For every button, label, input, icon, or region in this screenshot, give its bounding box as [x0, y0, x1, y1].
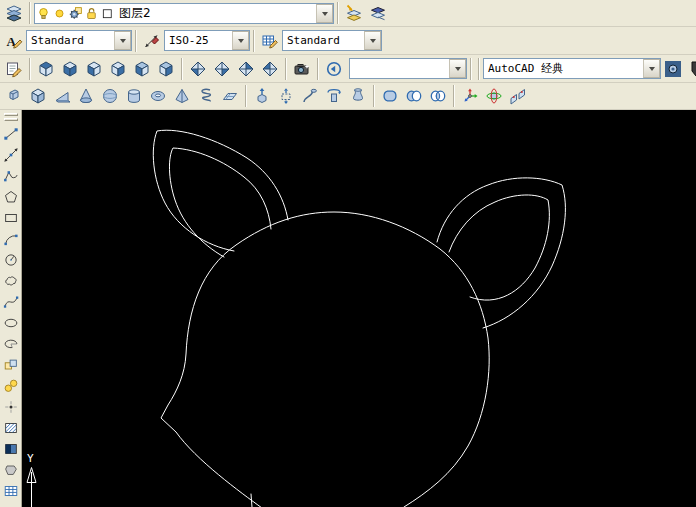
drawing-viewport[interactable]: Y: [22, 110, 696, 507]
align-3d-icon[interactable]: [506, 84, 530, 108]
workspace-settings-button[interactable]: M9 2.2v2.2M9 14.3v2.2M2.2 9h2.2M14.3 9h2…: [661, 57, 685, 81]
cube-left-icon[interactable]: [82, 57, 106, 81]
layer-color-swatch[interactable]: [99, 5, 115, 22]
polysolid-icon[interactable]: [2, 84, 26, 108]
text-style-value: Standard: [27, 34, 114, 47]
subtract-icon[interactable]: [402, 84, 426, 108]
modeling-toolbar-row: [0, 83, 696, 110]
cube-back-icon[interactable]: [154, 57, 178, 81]
layer-on-off-icon[interactable]: [35, 5, 51, 22]
polyline-icon[interactable]: [1, 166, 21, 186]
cube-bottom-icon[interactable]: [58, 57, 82, 81]
save-workspace-button[interactable]: [685, 57, 696, 81]
chin-line[interactable]: [251, 494, 252, 507]
cylinder-icon[interactable]: [122, 84, 146, 108]
spline-icon[interactable]: [1, 292, 21, 312]
cube-right-icon[interactable]: [106, 57, 130, 81]
ucs-icon: Y: [27, 452, 36, 507]
cube-front-icon[interactable]: [130, 57, 154, 81]
polygon-icon[interactable]: [1, 187, 21, 207]
chevron-down-icon: [238, 39, 244, 46]
construction-line-icon[interactable]: [1, 145, 21, 165]
workspace-dropdown[interactable]: [643, 59, 660, 78]
named-view-dropdown[interactable]: [449, 59, 466, 78]
make-object-layer-current-button[interactable]: [342, 1, 366, 25]
layer-combo[interactable]: M9 1.5v2.2M9 14.3v2.2M1.5 9h2.2M14.3 9h2…: [34, 3, 334, 24]
right-ear-outer-line[interactable]: [437, 178, 565, 328]
torus-icon[interactable]: [146, 84, 170, 108]
toolbar-grab-handle[interactable]: [4, 113, 18, 116]
dimension-style-combo[interactable]: ISO-25: [164, 30, 250, 51]
make-block-icon[interactable]: [1, 376, 21, 396]
union-icon[interactable]: [378, 84, 402, 108]
named-view-icon[interactable]: [2, 57, 26, 81]
iso-sw-icon[interactable]: [186, 57, 210, 81]
cone-icon[interactable]: [74, 84, 98, 108]
separator: [29, 58, 31, 80]
region-icon[interactable]: [1, 460, 21, 480]
iso-se-icon[interactable]: [210, 57, 234, 81]
move-3d-icon[interactable]: [458, 84, 482, 108]
ellipse-icon[interactable]: [1, 313, 21, 333]
dimension-style-value: ISO-25: [165, 34, 232, 47]
table-style-value: Standard: [283, 34, 364, 47]
layer-combo-dropdown[interactable]: [316, 4, 333, 23]
helix-icon[interactable]: [194, 84, 218, 108]
arc-icon[interactable]: [1, 229, 21, 249]
view-buttons-group: [2, 57, 346, 81]
layer-freeze-icon[interactable]: M9 1.5v2.2M9 14.3v2.2M1.5 9h2.2M14.3 9h2…: [51, 5, 67, 22]
toolbar-grab-handle[interactable]: [4, 118, 18, 121]
table-style-dropdown[interactable]: [364, 31, 381, 50]
dimension-style-dropdown[interactable]: [232, 31, 249, 50]
layer-viewport-freeze-icon[interactable]: [67, 5, 83, 22]
gradient-icon[interactable]: [1, 439, 21, 459]
insert-block-icon[interactable]: [1, 355, 21, 375]
dimension-style-button[interactable]: [140, 29, 164, 53]
separator: [285, 58, 287, 80]
loft-icon[interactable]: [346, 84, 370, 108]
revolve-icon[interactable]: [322, 84, 346, 108]
text-style-combo[interactable]: Standard: [26, 30, 132, 51]
pyramid-icon[interactable]: [170, 84, 194, 108]
named-view-combo[interactable]: [349, 58, 467, 79]
ucs-y-axis-label: Y: [27, 452, 34, 465]
table-style-combo[interactable]: Standard: [282, 30, 382, 51]
layer-previous-button[interactable]: [366, 1, 390, 25]
planar-surface-icon[interactable]: [218, 84, 242, 108]
separator: [478, 58, 480, 80]
hatch-icon[interactable]: [1, 418, 21, 438]
presspull-icon[interactable]: [274, 84, 298, 108]
iso-ne-icon[interactable]: [234, 57, 258, 81]
extrude-icon[interactable]: [250, 84, 274, 108]
circled-arrow-icon[interactable]: [322, 57, 346, 81]
sphere-icon[interactable]: [98, 84, 122, 108]
iso-nw-icon[interactable]: [258, 57, 282, 81]
sweep-icon[interactable]: [298, 84, 322, 108]
cube-top-icon[interactable]: [34, 57, 58, 81]
point-icon[interactable]: [1, 397, 21, 417]
rotate-3d-icon[interactable]: [482, 84, 506, 108]
layer-lock-icon[interactable]: [83, 5, 99, 22]
deer-head-outline[interactable]: [161, 212, 489, 507]
text-style-button[interactable]: A: [2, 29, 26, 53]
box-icon[interactable]: [26, 84, 50, 108]
right-ear-inner-line[interactable]: [449, 195, 549, 300]
revision-cloud-icon[interactable]: [1, 271, 21, 291]
text-style-dropdown[interactable]: [114, 31, 131, 50]
model-space-canvas[interactable]: Y: [22, 110, 696, 507]
wedge-icon[interactable]: [50, 84, 74, 108]
separator: [181, 58, 183, 80]
table-style-button[interactable]: [258, 29, 282, 53]
chevron-down-icon: [120, 39, 126, 46]
intersect-icon[interactable]: [426, 84, 450, 108]
ellipse-arc-icon[interactable]: [1, 334, 21, 354]
separator: [373, 85, 375, 107]
line-icon[interactable]: [1, 124, 21, 144]
workspace-combo[interactable]: AutoCAD 经典: [483, 58, 661, 79]
table-icon[interactable]: [1, 481, 21, 501]
separator: [453, 85, 455, 107]
circle-icon[interactable]: [1, 250, 21, 270]
camera-icon[interactable]: [290, 57, 314, 81]
rectangle-icon[interactable]: [1, 208, 21, 228]
layer-properties-manager-button[interactable]: [2, 1, 26, 25]
